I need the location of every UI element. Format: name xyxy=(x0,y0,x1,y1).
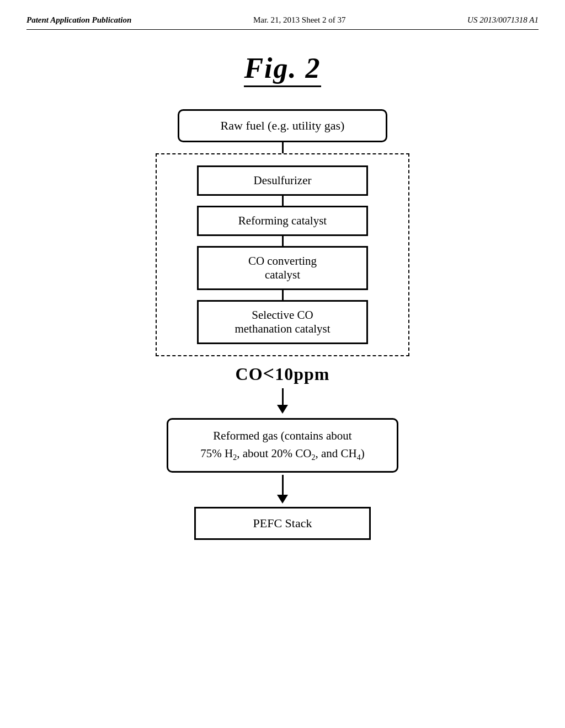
reforming-catalyst-box: Reforming catalyst xyxy=(197,206,368,236)
co-limit-text: CO<10ppm xyxy=(236,362,330,385)
desulfurizer-box: Desulfurizer xyxy=(197,165,368,196)
diagram-area: Raw fuel (e.g. utility gas) Desulfurizer… xyxy=(0,109,565,540)
inner-connector-1 xyxy=(282,196,284,206)
page-header: Patent Application Publication Mar. 21, … xyxy=(0,0,565,25)
selective-co-box: Selective CO methanation catalyst xyxy=(197,300,368,344)
header-center: Mar. 21, 2013 Sheet 2 of 37 xyxy=(253,15,345,25)
reformed-gas-box: Reformed gas (contains about 75% H2, abo… xyxy=(167,418,398,473)
inner-connector-3 xyxy=(282,290,284,300)
header-divider xyxy=(26,29,539,30)
raw-fuel-box: Raw fuel (e.g. utility gas) xyxy=(178,109,387,142)
arrow-to-pefc xyxy=(277,475,288,504)
arrow-to-reformed-gas xyxy=(277,388,288,414)
connector-line-1 xyxy=(282,142,284,153)
dashed-outer-box: Desulfurizer Reforming catalyst CO conve… xyxy=(156,153,409,356)
co-converting-box: CO converting catalyst xyxy=(197,246,368,290)
header-right: US 2013/0071318 A1 xyxy=(467,15,539,25)
header-left: Patent Application Publication xyxy=(26,15,131,25)
inner-connector-2 xyxy=(282,236,284,246)
pefc-stack-box: PEFC Stack xyxy=(194,507,371,540)
figure-title: Fig. 2 xyxy=(0,52,565,87)
